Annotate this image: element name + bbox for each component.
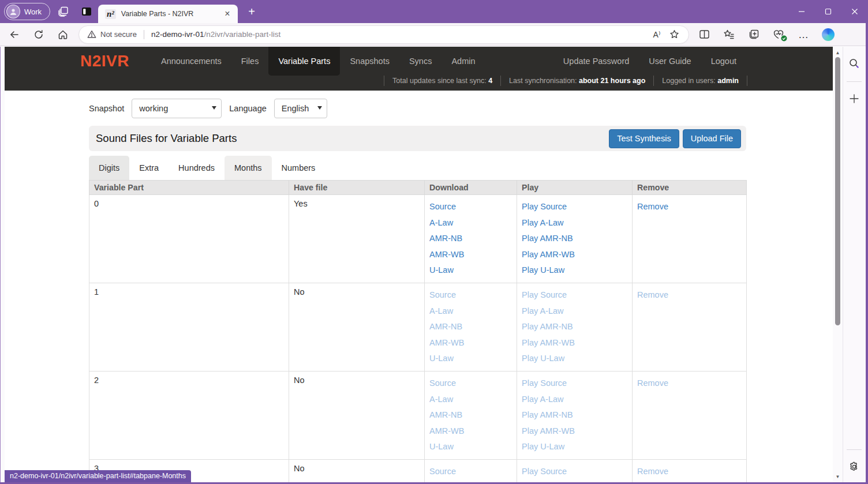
upload-file-button[interactable]: Upload File bbox=[683, 129, 741, 148]
titlebar: Work n² Variable Parts - N2IVR × + bbox=[0, 0, 868, 23]
download-link[interactable]: Source bbox=[429, 199, 512, 215]
gear-icon[interactable] bbox=[845, 458, 863, 475]
tab-favicon-icon: n² bbox=[105, 9, 116, 19]
nav-item-logout[interactable]: Logout bbox=[701, 47, 746, 76]
address-bar[interactable]: Not secure n2-demo-ivr-01/n2ivr/variable… bbox=[78, 25, 689, 44]
scroll-up-icon[interactable]: ▲ bbox=[833, 48, 843, 57]
maximize-button[interactable] bbox=[815, 0, 841, 23]
snapshot-label: Snapshot bbox=[89, 104, 124, 113]
play-link[interactable]: Play AMR-NB bbox=[522, 319, 627, 335]
remove-link[interactable]: Remove bbox=[637, 290, 668, 299]
play-link[interactable]: Play AMR-NB bbox=[522, 231, 627, 247]
nav-item-variable-parts[interactable]: Variable Parts bbox=[268, 47, 340, 76]
download-link[interactable]: AMR-NB bbox=[429, 231, 512, 247]
remove-link[interactable]: Remove bbox=[637, 467, 668, 476]
site-navbar: N2IVR AnnouncementsFilesVariable PartsSn… bbox=[5, 47, 833, 91]
copilot-icon[interactable] bbox=[818, 26, 838, 43]
play-link[interactable]: Play A-Law bbox=[522, 392, 627, 408]
split-screen-icon[interactable] bbox=[694, 26, 714, 43]
browser-essentials-icon[interactable] bbox=[769, 26, 788, 43]
play-link[interactable]: Play AMR-WB bbox=[522, 335, 627, 351]
test-synthesis-button[interactable]: Test Synthesis bbox=[609, 129, 679, 148]
browser-tab[interactable]: n² Variable Parts - N2IVR × bbox=[98, 5, 238, 23]
close-window-button[interactable] bbox=[841, 0, 868, 23]
tab-months[interactable]: Months bbox=[225, 156, 272, 180]
play-link[interactable]: Play U-Law bbox=[522, 262, 627, 279]
status-value: 4 bbox=[488, 77, 492, 85]
play-link[interactable]: Play U-Law bbox=[522, 351, 627, 367]
refresh-button[interactable] bbox=[29, 25, 48, 44]
tab-digits[interactable]: Digits bbox=[89, 156, 129, 180]
security-label[interactable]: Not secure bbox=[100, 30, 137, 39]
browser-window: Work n² Variable Parts - N2IVR × + bbox=[0, 0, 868, 484]
download-link[interactable]: AMR-NB bbox=[429, 407, 512, 423]
favorite-star-icon[interactable] bbox=[665, 27, 683, 43]
nav-item-snapshots[interactable]: Snapshots bbox=[340, 47, 399, 76]
n2ivr-logo[interactable]: N2IVR bbox=[80, 52, 129, 70]
add-sidebar-item-icon[interactable] bbox=[845, 90, 863, 107]
home-button[interactable] bbox=[53, 25, 73, 44]
workspaces-icon[interactable] bbox=[54, 3, 73, 20]
have-file-cell: No bbox=[289, 459, 425, 482]
sync-status-bar: Total updates since last sync: 4Last syn… bbox=[5, 76, 833, 86]
download-link[interactable]: Source bbox=[429, 464, 512, 480]
tab-close-icon[interactable]: × bbox=[222, 8, 233, 20]
snapshot-select[interactable]: working bbox=[132, 99, 222, 118]
nav-item-user-guide[interactable]: User Guide bbox=[639, 47, 701, 76]
remove-link[interactable]: Remove bbox=[637, 202, 668, 211]
remove-link[interactable]: Remove bbox=[637, 378, 668, 388]
play-link[interactable]: Play Source bbox=[522, 287, 627, 303]
download-link[interactable]: A-Law bbox=[429, 392, 512, 408]
remove-cell: Remove bbox=[633, 195, 747, 283]
download-link[interactable]: AMR-WB bbox=[429, 335, 512, 351]
download-link[interactable]: U-Law bbox=[429, 439, 512, 455]
status-entry: Logged in users: admin bbox=[653, 76, 747, 86]
download-link[interactable]: AMR-WB bbox=[429, 423, 512, 440]
download-link[interactable]: Source bbox=[429, 287, 512, 303]
back-button[interactable] bbox=[5, 25, 24, 44]
scrollbar-thumb[interactable] bbox=[835, 57, 840, 325]
profile-button[interactable]: Work bbox=[4, 3, 50, 20]
play-link[interactable]: Play Source bbox=[522, 199, 627, 215]
nav-item-announcements[interactable]: Announcements bbox=[151, 47, 231, 76]
download-link[interactable]: U-Law bbox=[429, 351, 512, 367]
play-link[interactable]: Play AMR-NB bbox=[522, 407, 627, 423]
play-link[interactable]: Play U-Law bbox=[522, 439, 627, 455]
play-link[interactable]: Play A-Law bbox=[522, 215, 627, 231]
tab-numbers[interactable]: Numbers bbox=[272, 156, 326, 180]
table-row: 0YesSourceA-LawAMR-NBAMR-WBU-LawPlay Sou… bbox=[89, 195, 747, 283]
minimize-button[interactable] bbox=[788, 0, 815, 23]
download-link[interactable]: AMR-NB bbox=[429, 319, 512, 335]
download-link[interactable]: U-Law bbox=[429, 262, 512, 279]
play-link[interactable]: Play AMR-WB bbox=[522, 247, 627, 263]
search-icon[interactable] bbox=[845, 55, 863, 72]
download-link[interactable]: Source bbox=[429, 376, 512, 392]
play-link[interactable]: Play Source bbox=[522, 376, 627, 392]
download-cell: SourceA-LawAMR-NBAMR-WBU-Law bbox=[425, 283, 517, 371]
play-link[interactable]: Play Source bbox=[522, 464, 627, 480]
nav-item-files[interactable]: Files bbox=[231, 47, 269, 76]
play-link[interactable]: Play AMR-WB bbox=[522, 423, 627, 440]
download-link[interactable]: AMR-WB bbox=[429, 247, 512, 263]
page-viewport: N2IVR AnnouncementsFilesVariable PartsSn… bbox=[5, 47, 833, 482]
nav-item-syncs[interactable]: Syncs bbox=[399, 47, 442, 76]
tab-extra[interactable]: Extra bbox=[129, 156, 169, 180]
nav-item-admin[interactable]: Admin bbox=[442, 47, 485, 76]
download-link[interactable]: A-Law bbox=[429, 215, 512, 231]
page-scrollbar[interactable]: ▲ ▼ bbox=[833, 47, 843, 482]
download-link[interactable]: A-Law bbox=[429, 303, 512, 320]
read-aloud-icon[interactable]: A⁾ bbox=[648, 27, 665, 43]
scroll-down-icon[interactable]: ▼ bbox=[833, 472, 843, 481]
favorites-hub-icon[interactable] bbox=[719, 26, 739, 43]
more-options-icon[interactable]: … bbox=[794, 26, 813, 43]
collections-icon[interactable] bbox=[744, 26, 764, 43]
new-tab-button[interactable]: + bbox=[242, 3, 261, 20]
column-header: Play bbox=[517, 181, 633, 195]
variable-part-cell: 0 bbox=[89, 195, 289, 283]
url-text[interactable]: n2-demo-ivr-01/n2ivr/variable-part-list bbox=[151, 30, 648, 39]
play-link[interactable]: Play A-Law bbox=[522, 303, 627, 320]
language-select[interactable]: English bbox=[274, 99, 327, 118]
nav-item-update-password[interactable]: Update Password bbox=[553, 47, 639, 76]
tab-hundreds[interactable]: Hundreds bbox=[169, 156, 225, 180]
vertical-tabs-icon[interactable] bbox=[77, 3, 96, 20]
